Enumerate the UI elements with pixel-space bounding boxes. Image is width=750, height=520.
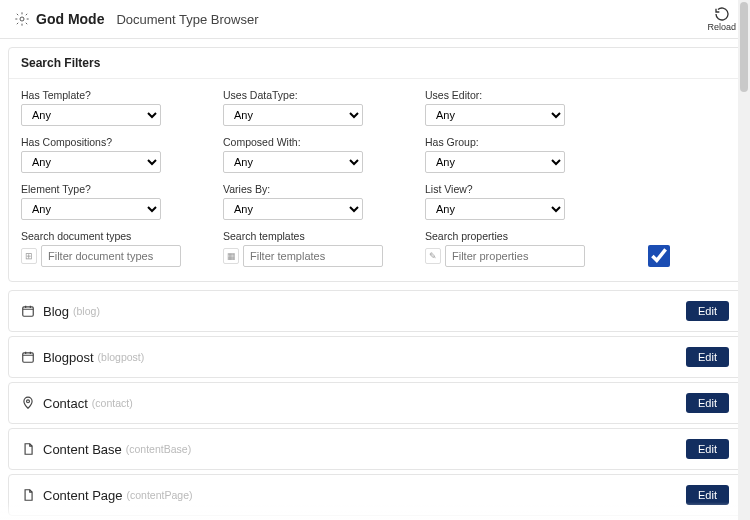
search-templates-label: Search templates xyxy=(223,230,399,242)
doctype-alias: (contact) xyxy=(92,397,133,409)
element-type-label: Element Type? xyxy=(21,183,197,195)
doctype-name: Blogpost xyxy=(43,350,94,365)
filters-col-1: Has Template? Any Has Compositions? Any … xyxy=(21,89,197,267)
list-view-select[interactable]: Any xyxy=(425,198,565,220)
pin-icon xyxy=(21,396,35,410)
has-group-select[interactable]: Any xyxy=(425,151,565,173)
doctype-row[interactable]: Content Base(contentBase)Edit xyxy=(8,428,742,470)
element-type-select[interactable]: Any xyxy=(21,198,161,220)
doctype-alias: (contentPage) xyxy=(127,489,193,501)
scrollbar[interactable] xyxy=(738,0,750,520)
property-icon: ✎ xyxy=(425,248,441,264)
app-title: God Mode xyxy=(36,11,104,27)
edit-button[interactable]: Edit xyxy=(686,485,729,505)
doctype-name: Contact xyxy=(43,396,88,411)
uses-editor-select[interactable]: Any xyxy=(425,104,565,126)
results-list: Blog(blog)EditBlogpost(blogpost)EditCont… xyxy=(8,290,742,520)
doctype-name: Blog xyxy=(43,304,69,319)
svg-point-3 xyxy=(27,400,30,403)
filters-card: Search Filters Has Template? Any Has Com… xyxy=(8,47,742,282)
filters-heading: Search Filters xyxy=(9,48,741,79)
doctype-row[interactable]: Blogpost(blogpost)Edit xyxy=(8,336,742,378)
list-view-label: List View? xyxy=(425,183,729,195)
search-properties-label: Search properties xyxy=(425,230,729,242)
doctype-alias: (blog) xyxy=(73,305,100,317)
varies-by-select[interactable]: Any xyxy=(223,198,363,220)
calendar-icon xyxy=(21,304,35,318)
search-doctypes-label: Search document types xyxy=(21,230,197,242)
svg-rect-1 xyxy=(23,307,34,316)
has-compositions-label: Has Compositions? xyxy=(21,136,197,148)
calendar-icon xyxy=(21,350,35,364)
doctype-row[interactable]: Contact(contact)Edit xyxy=(8,382,742,424)
page-subtitle: Document Type Browser xyxy=(116,12,258,27)
reload-icon xyxy=(714,6,730,22)
search-properties-input[interactable] xyxy=(445,245,585,267)
doctype-row[interactable]: Content Page(contentPage)Edit xyxy=(8,474,742,516)
doc-icon xyxy=(21,488,35,502)
edit-button[interactable]: Edit xyxy=(686,347,729,367)
composed-with-label: Composed With: xyxy=(223,136,399,148)
varies-by-label: Varies By: xyxy=(223,183,399,195)
search-properties-checkbox[interactable] xyxy=(589,245,729,267)
filters-col-3: Uses Editor: Any Has Group: Any List Vie… xyxy=(425,89,729,267)
uses-editor-label: Uses Editor: xyxy=(425,89,729,101)
svg-point-0 xyxy=(20,17,24,21)
search-templates-input[interactable] xyxy=(243,245,383,267)
settings-icon xyxy=(14,11,30,27)
filters-col-2: Uses DataType: Any Composed With: Any Va… xyxy=(223,89,399,267)
reload-label: Reload xyxy=(707,22,736,32)
svg-rect-2 xyxy=(23,353,34,362)
has-compositions-select[interactable]: Any xyxy=(21,151,161,173)
uses-datatype-select[interactable]: Any xyxy=(223,104,363,126)
template-icon: ▦ xyxy=(223,248,239,264)
topbar: God Mode Document Type Browser Reload xyxy=(0,0,750,39)
reload-button[interactable]: Reload xyxy=(707,6,736,32)
has-template-select[interactable]: Any xyxy=(21,104,161,126)
edit-button[interactable]: Edit xyxy=(686,393,729,413)
scrollbar-thumb[interactable] xyxy=(740,2,748,92)
doctype-name: Content Page xyxy=(43,488,123,503)
uses-datatype-label: Uses DataType: xyxy=(223,89,399,101)
doctype-icon: ⊞ xyxy=(21,248,37,264)
has-group-label: Has Group: xyxy=(425,136,729,148)
doctype-alias: (blogpost) xyxy=(98,351,145,363)
search-doctypes-input[interactable] xyxy=(41,245,181,267)
composed-with-select[interactable]: Any xyxy=(223,151,363,173)
edit-button[interactable]: Edit xyxy=(686,439,729,459)
edit-button[interactable]: Edit xyxy=(686,301,729,321)
doctype-row[interactable]: Blog(blog)Edit xyxy=(8,290,742,332)
doctype-name: Content Base xyxy=(43,442,122,457)
doctype-alias: (contentBase) xyxy=(126,443,191,455)
has-template-label: Has Template? xyxy=(21,89,197,101)
doc-icon xyxy=(21,442,35,456)
